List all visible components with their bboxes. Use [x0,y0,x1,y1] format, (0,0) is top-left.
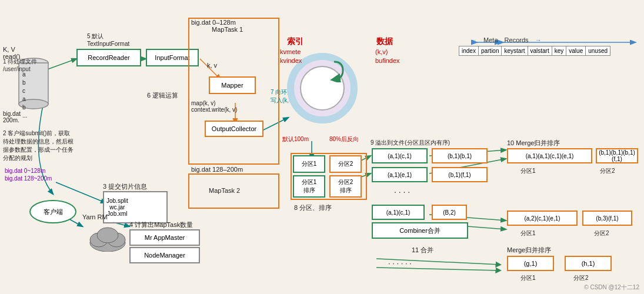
partition1-sort-box: 分区1 排序 [293,175,325,198]
combiner-result2-box: (b,3)(f,1) [582,211,632,226]
bigdat-split2: big.dat 128~200m [5,175,52,182]
svg-line-25 [376,268,500,270]
partition2-sort-box: 分区2 排序 [329,175,362,198]
merge-sort2-label: Merge归并排序 [507,246,551,255]
h1-box: (h,1) [565,256,612,271]
sort-label: 8 分区、排序 [294,203,332,212]
spill-label: 9 溢出到文件(分区且区内有序) [371,139,450,147]
split-files-box: Job.split wc.jar Job.xml [103,191,168,223]
zone2c-label: 分区2 [573,274,589,282]
meta-records-label: ← Meta Records → [471,36,542,44]
spill-box-b1b1: (b,1)(b,1) [432,148,488,163]
data-title: 数据 [376,36,393,47]
a1c1-2-box: (a,1)(c,1) [372,205,425,220]
file-content: abcab... [22,71,27,120]
kv-data-label: (k,v) [375,48,388,55]
client-ellipse: Yarn RM客户端 [29,200,76,223]
diagram: abcab... 1 待处理文件/user/input big.dat200m.… [0,0,644,294]
nodemanager-box: NodeManager [129,247,200,263]
col-value: value [566,46,586,56]
percent-80-label: 80%后反向 [329,135,359,143]
combiner-box: Combiner合并 [372,222,468,239]
default-100m-label: 默认100m [282,135,309,143]
footer: © CSDN @12十二12 [584,283,639,292]
kvmete-label: kvmete [280,48,301,55]
index-title: 索引 [287,36,303,47]
logic-op-label: 6 逻辑运算 [147,91,178,100]
index-table: index partion keystart valstart key valu… [459,46,610,56]
map-context-label: map(k, v)context.write(k, v) [191,100,237,113]
mapper-box: Mapper [209,76,256,94]
spill-box-b1f1: (b,1)(f,1) [432,167,488,182]
zone2-label: 分区2 [600,167,615,175]
maptask1-label: big.dat 0–128m [191,19,236,26]
split-info-label: 3 提交切片信息 [103,182,147,191]
recordreader-box: RecordReader [76,49,141,66]
default-format-label: 5 默认TextInputFormat [87,32,129,47]
maptask1-title: MapTask 1 [212,26,243,33]
g1-box: (g,1) [507,256,554,271]
zone1b-label: 分区1 [520,229,536,238]
ring-arrow [322,59,346,83]
col-keystart: keystart [502,46,528,56]
svg-line-14 [56,182,106,203]
bufindex-label: bufindex [375,57,400,64]
combiner-result1-box: (a,2)(c,1)(e,1) [507,211,578,226]
col-key: key [552,46,566,56]
zone1c-label: 分区1 [520,274,536,282]
zone1-label: 分区1 [520,167,536,175]
merge-label: 10 Merge归并排序 [507,139,560,148]
svg-point-23 [97,228,118,243]
col-valstart: valstart [528,46,552,56]
job-split: Job.split wc.jar Job.xml [106,198,128,217]
maptask2-title: MapTask 2 [209,187,240,194]
spill-box-a1c1: (a,1)(c,1) [372,148,428,163]
appmaster-box: Mr AppMaster [129,229,200,246]
bigdat-split1: big.dat 0~128m [5,168,45,174]
merge-result1-box: (a,1)(a,1)(c,1)(e,1) [507,148,592,163]
zone2b-label: 分区2 [594,229,609,238]
merge-final-label: 11 合并 [412,246,433,255]
kvindex-label: kvindex [280,57,302,64]
B2-box: (B,2) [432,205,467,220]
col-index: index [459,46,479,56]
partition1-box: 分区1 [293,155,325,173]
bigdat-size: big.dat200m. [3,111,21,123]
submit-info-label: 2 客户端submit()前，获取待处理数据的信息，然后根据参数配置，形成一个任… [3,129,97,162]
kv-read-label: K, Vread() [3,46,20,60]
outputcollector-box: OutputCollector [205,121,263,137]
dots2-label: · · · · · · [388,259,412,268]
col-partion: partion [478,46,502,56]
merge-result2-box: (b,1)(b,1)(b,1)(f,1) [596,148,638,163]
maptask-count-label: 4 计算出MapTask数量 [129,220,193,229]
dots1-label: · · · · [394,187,410,196]
yarn-rm-label: Yarn RM [82,213,108,220]
col-unused: unused [586,46,610,56]
maptask2-label: big.dat 128–200m [191,166,243,173]
spill-box-a1e1: (a,1)(e,1) [372,167,428,182]
partition2-box: 分区2 [329,155,362,173]
yarn-cloud [87,222,128,253]
